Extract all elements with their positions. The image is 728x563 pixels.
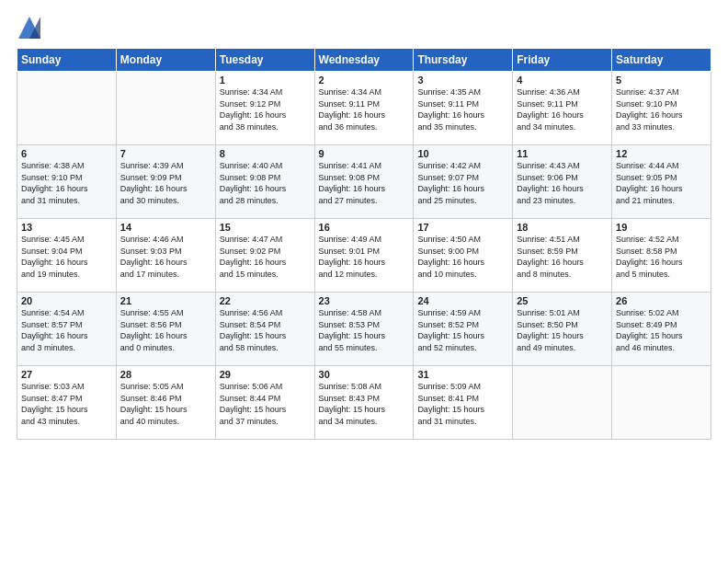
day-number: 25 bbox=[517, 295, 608, 306]
day-number: 24 bbox=[417, 295, 508, 306]
day-info: Sunrise: 4:59 AM Sunset: 8:52 PM Dayligh… bbox=[417, 307, 508, 353]
day-info: Sunrise: 4:42 AM Sunset: 9:07 PM Dayligh… bbox=[417, 160, 508, 206]
calendar-cell: 7Sunrise: 4:39 AM Sunset: 9:09 PM Daylig… bbox=[116, 145, 215, 219]
day-info: Sunrise: 4:45 AM Sunset: 9:04 PM Dayligh… bbox=[21, 234, 112, 280]
day-info: Sunrise: 5:03 AM Sunset: 8:47 PM Dayligh… bbox=[21, 381, 112, 427]
day-info: Sunrise: 4:34 AM Sunset: 9:11 PM Dayligh… bbox=[319, 86, 410, 132]
calendar-day-header: Saturday bbox=[612, 49, 711, 72]
calendar-cell: 18Sunrise: 4:51 AM Sunset: 8:59 PM Dayli… bbox=[513, 219, 612, 293]
calendar-cell: 2Sunrise: 4:34 AM Sunset: 9:11 PM Daylig… bbox=[314, 72, 414, 145]
calendar-cell bbox=[116, 72, 215, 145]
day-info: Sunrise: 4:43 AM Sunset: 9:06 PM Dayligh… bbox=[517, 160, 608, 206]
day-number: 5 bbox=[616, 75, 707, 86]
calendar-week-row: 6Sunrise: 4:38 AM Sunset: 9:10 PM Daylig… bbox=[17, 145, 711, 219]
day-info: Sunrise: 4:35 AM Sunset: 9:11 PM Dayligh… bbox=[417, 86, 508, 132]
day-number: 6 bbox=[21, 148, 112, 159]
calendar-cell: 29Sunrise: 5:06 AM Sunset: 8:44 PM Dayli… bbox=[215, 366, 314, 440]
day-number: 12 bbox=[616, 148, 707, 159]
day-number: 22 bbox=[220, 295, 311, 306]
day-number: 1 bbox=[220, 75, 311, 86]
day-info: Sunrise: 4:41 AM Sunset: 9:08 PM Dayligh… bbox=[319, 160, 410, 206]
calendar-week-row: 27Sunrise: 5:03 AM Sunset: 8:47 PM Dayli… bbox=[17, 366, 711, 440]
day-info: Sunrise: 4:46 AM Sunset: 9:03 PM Dayligh… bbox=[120, 234, 211, 280]
logo bbox=[17, 15, 44, 40]
day-info: Sunrise: 4:39 AM Sunset: 9:09 PM Dayligh… bbox=[120, 160, 211, 206]
day-number: 15 bbox=[220, 222, 311, 233]
calendar-cell: 1Sunrise: 4:34 AM Sunset: 9:12 PM Daylig… bbox=[215, 72, 314, 145]
calendar-cell: 12Sunrise: 4:44 AM Sunset: 9:05 PM Dayli… bbox=[612, 145, 711, 219]
day-info: Sunrise: 4:50 AM Sunset: 9:00 PM Dayligh… bbox=[417, 234, 508, 280]
day-info: Sunrise: 4:51 AM Sunset: 8:59 PM Dayligh… bbox=[517, 234, 608, 280]
day-info: Sunrise: 5:09 AM Sunset: 8:41 PM Dayligh… bbox=[417, 381, 508, 427]
calendar-cell: 14Sunrise: 4:46 AM Sunset: 9:03 PM Dayli… bbox=[116, 219, 215, 293]
calendar-cell: 28Sunrise: 5:05 AM Sunset: 8:46 PM Dayli… bbox=[116, 366, 215, 440]
calendar-cell: 20Sunrise: 4:54 AM Sunset: 8:57 PM Dayli… bbox=[17, 293, 117, 366]
day-info: Sunrise: 5:01 AM Sunset: 8:50 PM Dayligh… bbox=[517, 307, 608, 353]
day-number: 17 bbox=[417, 222, 508, 233]
day-number: 16 bbox=[319, 222, 410, 233]
day-number: 13 bbox=[21, 222, 112, 233]
day-info: Sunrise: 4:55 AM Sunset: 8:56 PM Dayligh… bbox=[120, 307, 211, 353]
day-info: Sunrise: 4:58 AM Sunset: 8:53 PM Dayligh… bbox=[319, 307, 410, 353]
calendar-day-header: Tuesday bbox=[215, 49, 314, 72]
day-info: Sunrise: 4:56 AM Sunset: 8:54 PM Dayligh… bbox=[220, 307, 311, 353]
calendar-day-header: Monday bbox=[116, 49, 215, 72]
day-info: Sunrise: 5:08 AM Sunset: 8:43 PM Dayligh… bbox=[319, 381, 410, 427]
day-number: 23 bbox=[319, 295, 410, 306]
day-number: 27 bbox=[21, 369, 112, 380]
day-number: 4 bbox=[517, 75, 608, 86]
logo-icon bbox=[17, 15, 42, 40]
day-number: 10 bbox=[417, 148, 508, 159]
calendar-cell: 19Sunrise: 4:52 AM Sunset: 8:58 PM Dayli… bbox=[612, 219, 711, 293]
calendar-day-header: Thursday bbox=[414, 49, 513, 72]
calendar-day-header: Sunday bbox=[17, 49, 117, 72]
day-number: 31 bbox=[417, 369, 508, 380]
calendar-cell: 26Sunrise: 5:02 AM Sunset: 8:49 PM Dayli… bbox=[612, 293, 711, 366]
day-info: Sunrise: 4:52 AM Sunset: 8:58 PM Dayligh… bbox=[616, 234, 707, 280]
day-info: Sunrise: 4:34 AM Sunset: 9:12 PM Dayligh… bbox=[220, 86, 311, 132]
calendar-cell: 24Sunrise: 4:59 AM Sunset: 8:52 PM Dayli… bbox=[414, 293, 513, 366]
calendar-cell: 27Sunrise: 5:03 AM Sunset: 8:47 PM Dayli… bbox=[17, 366, 117, 440]
calendar-week-row: 20Sunrise: 4:54 AM Sunset: 8:57 PM Dayli… bbox=[17, 293, 711, 366]
day-number: 19 bbox=[616, 222, 707, 233]
calendar-cell: 13Sunrise: 4:45 AM Sunset: 9:04 PM Dayli… bbox=[17, 219, 117, 293]
day-number: 3 bbox=[417, 75, 508, 86]
day-number: 29 bbox=[220, 369, 311, 380]
calendar-cell bbox=[612, 366, 711, 440]
day-info: Sunrise: 4:47 AM Sunset: 9:02 PM Dayligh… bbox=[220, 234, 311, 280]
calendar-cell: 9Sunrise: 4:41 AM Sunset: 9:08 PM Daylig… bbox=[314, 145, 414, 219]
day-number: 2 bbox=[319, 75, 410, 86]
day-number: 26 bbox=[616, 295, 707, 306]
calendar-week-row: 1Sunrise: 4:34 AM Sunset: 9:12 PM Daylig… bbox=[17, 72, 711, 145]
calendar-cell: 5Sunrise: 4:37 AM Sunset: 9:10 PM Daylig… bbox=[612, 72, 711, 145]
calendar-cell: 11Sunrise: 4:43 AM Sunset: 9:06 PM Dayli… bbox=[513, 145, 612, 219]
day-info: Sunrise: 5:06 AM Sunset: 8:44 PM Dayligh… bbox=[220, 381, 311, 427]
calendar-table: SundayMondayTuesdayWednesdayThursdayFrid… bbox=[17, 48, 711, 440]
day-number: 9 bbox=[319, 148, 410, 159]
day-info: Sunrise: 4:54 AM Sunset: 8:57 PM Dayligh… bbox=[21, 307, 112, 353]
calendar-week-row: 13Sunrise: 4:45 AM Sunset: 9:04 PM Dayli… bbox=[17, 219, 711, 293]
calendar-cell: 31Sunrise: 5:09 AM Sunset: 8:41 PM Dayli… bbox=[414, 366, 513, 440]
calendar-cell: 23Sunrise: 4:58 AM Sunset: 8:53 PM Dayli… bbox=[314, 293, 414, 366]
calendar-cell: 21Sunrise: 4:55 AM Sunset: 8:56 PM Dayli… bbox=[116, 293, 215, 366]
header bbox=[17, 15, 711, 40]
day-info: Sunrise: 4:49 AM Sunset: 9:01 PM Dayligh… bbox=[319, 234, 410, 280]
calendar-cell: 15Sunrise: 4:47 AM Sunset: 9:02 PM Dayli… bbox=[215, 219, 314, 293]
day-number: 8 bbox=[220, 148, 311, 159]
day-number: 14 bbox=[120, 222, 211, 233]
day-info: Sunrise: 4:38 AM Sunset: 9:10 PM Dayligh… bbox=[21, 160, 112, 206]
calendar-cell: 8Sunrise: 4:40 AM Sunset: 9:08 PM Daylig… bbox=[215, 145, 314, 219]
calendar-page: SundayMondayTuesdayWednesdayThursdayFrid… bbox=[0, 0, 728, 563]
calendar-cell: 17Sunrise: 4:50 AM Sunset: 9:00 PM Dayli… bbox=[414, 219, 513, 293]
day-number: 7 bbox=[120, 148, 211, 159]
calendar-cell: 4Sunrise: 4:36 AM Sunset: 9:11 PM Daylig… bbox=[513, 72, 612, 145]
day-number: 20 bbox=[21, 295, 112, 306]
calendar-cell: 6Sunrise: 4:38 AM Sunset: 9:10 PM Daylig… bbox=[17, 145, 117, 219]
calendar-header-row: SundayMondayTuesdayWednesdayThursdayFrid… bbox=[17, 49, 711, 72]
day-info: Sunrise: 4:37 AM Sunset: 9:10 PM Dayligh… bbox=[616, 86, 707, 132]
calendar-cell: 3Sunrise: 4:35 AM Sunset: 9:11 PM Daylig… bbox=[414, 72, 513, 145]
calendar-cell: 10Sunrise: 4:42 AM Sunset: 9:07 PM Dayli… bbox=[414, 145, 513, 219]
calendar-cell bbox=[513, 366, 612, 440]
day-number: 21 bbox=[120, 295, 211, 306]
day-number: 18 bbox=[517, 222, 608, 233]
